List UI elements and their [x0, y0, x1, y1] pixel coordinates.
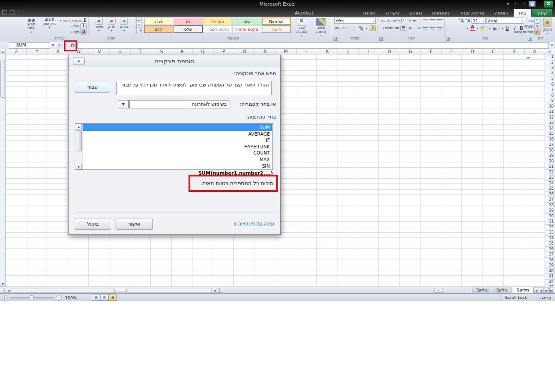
restore-window-icon[interactable] [2, 10, 7, 14]
column-header-K[interactable]: K [317, 49, 337, 54]
row-header-38[interactable]: 38 [545, 258, 555, 263]
merge-center-button[interactable]: ⬒מזג ומרכז▾ [383, 25, 406, 31]
column-header-V[interactable]: V [89, 49, 109, 54]
row-header-21[interactable]: 21 [545, 164, 555, 170]
row-header-25[interactable]: 25 [545, 186, 555, 192]
row-header-7[interactable]: 7 [545, 87, 555, 93]
row-header-5[interactable]: 5 [545, 76, 555, 82]
conditional-formatting-button[interactable]: עיצוב מותנה▾ [312, 18, 330, 38]
row-header-28[interactable]: 28 [545, 203, 555, 209]
row-header-30[interactable]: 30 [545, 214, 555, 219]
row-header-20[interactable]: 20 [545, 159, 555, 165]
last-sheet-icon[interactable]: ▶| [549, 288, 554, 293]
gallery-down-icon[interactable]: ▼ [136, 23, 142, 28]
name-box[interactable]: SUM [9, 42, 50, 49]
increase-decimal-icon[interactable]: ←.0 [342, 25, 348, 31]
column-header-U[interactable]: U [109, 49, 130, 54]
row-header-13[interactable]: 13 [545, 120, 555, 126]
row-header-9[interactable]: 9 [545, 98, 555, 104]
zoom-slider[interactable] [10, 297, 54, 298]
decrease-decimal-icon[interactable]: .00 [334, 25, 340, 31]
column-header-B[interactable]: B [504, 49, 524, 54]
zoom-out-icon[interactable]: − [56, 295, 62, 301]
style-chip-2-3[interactable]: טקסט הסברי [203, 25, 232, 33]
column-header-Y[interactable]: Y [26, 49, 47, 54]
column-header-P[interactable]: P [213, 49, 234, 54]
clipboard-dialog-launcher-icon[interactable]: ◢ [528, 36, 532, 41]
tab-page-layout[interactable]: פריסת עמוד [455, 9, 490, 17]
style-chip-2-5[interactable]: קלט [144, 25, 173, 33]
column-header-C[interactable]: C [482, 49, 503, 54]
function-item-SIN[interactable]: SIN [83, 163, 272, 169]
column-header-A[interactable]: A [524, 49, 545, 54]
row-header-2[interactable]: 2 [545, 60, 555, 66]
column-header-J[interactable]: J [337, 49, 358, 54]
row-header-1[interactable]: 1 [545, 54, 555, 60]
select-all-corner[interactable] [545, 49, 555, 54]
cancel-button[interactable]: ביטול [75, 219, 111, 230]
name-box-dropdown-icon[interactable]: ▼ [50, 42, 56, 49]
row-header-19[interactable]: 19 [545, 153, 555, 159]
fill-color-icon[interactable]: ◇ [479, 25, 485, 31]
active-cell-value[interactable]: = [526, 55, 530, 60]
column-header-G[interactable]: G [400, 49, 421, 54]
tab-view[interactable]: תצוגה [358, 9, 380, 17]
tab-insert[interactable]: הוספה [490, 9, 513, 17]
page-break-view-icon[interactable]: ▥ [100, 295, 109, 301]
style-chip-2-4[interactable]: פלט [174, 25, 203, 33]
scroll-left-icon[interactable]: ◀ [6, 288, 11, 293]
row-header-18[interactable]: 18 [545, 148, 555, 154]
row-header-35[interactable]: 35 [545, 241, 555, 247]
style-chip-1-1[interactable]: Normal [262, 18, 291, 25]
comma-style-icon[interactable]: , [350, 25, 356, 31]
row-header-33[interactable]: 33 [545, 230, 555, 236]
row-header-11[interactable]: 11 [545, 109, 555, 115]
horizontal-scroll-thumb[interactable] [114, 289, 127, 293]
align-bottom-icon[interactable] [423, 19, 428, 22]
row-header-32[interactable]: 32 [545, 225, 555, 230]
style-chip-1-4[interactable]: רע [174, 18, 203, 25]
text-direction-icon[interactable]: ⇤ [412, 18, 418, 23]
column-header-F[interactable]: F [421, 49, 441, 54]
row-header-36[interactable]: 36 [545, 247, 555, 252]
italic-button[interactable]: I [511, 25, 517, 31]
row-header-26[interactable]: 26 [545, 192, 555, 198]
zoom-level[interactable]: 100% [65, 295, 77, 300]
row-header-15[interactable]: 15 [545, 131, 555, 137]
help-on-function-link[interactable]: עזרה על פונקציה זו [233, 221, 274, 227]
function-item-HYPERLINK[interactable]: HYPERLINK [83, 144, 272, 150]
row-header-41[interactable]: 41 [545, 274, 555, 280]
align-middle-icon[interactable] [430, 19, 435, 22]
sheet-tab-2[interactable]: גיליון2 [492, 287, 511, 293]
zoom-slider-thumb[interactable] [30, 295, 33, 300]
scroll-up-icon[interactable]: ▲ [0, 49, 6, 54]
column-header-S[interactable]: S [151, 49, 171, 54]
row-header-27[interactable]: 27 [545, 197, 555, 203]
function-item-IF[interactable]: IF [83, 137, 272, 144]
accounting-format-icon[interactable]: $ [370, 25, 376, 31]
function-item-COUNT[interactable]: COUNT [83, 150, 272, 156]
align-center-icon[interactable] [430, 26, 435, 30]
row-header-4[interactable]: 4 [545, 71, 555, 77]
function-item-AVERAGE[interactable]: AVERAGE [83, 131, 272, 137]
search-function-input[interactable]: הקלד תיאור קצר של הפעולה שברצונך לעשות ו… [116, 81, 272, 95]
row-header-10[interactable]: 10 [545, 104, 555, 110]
tab-acrobat[interactable]: Acrobat [290, 9, 318, 17]
row-header-34[interactable]: 34 [545, 236, 555, 241]
number-format-select[interactable]: ▾כללי [334, 18, 376, 24]
bold-button[interactable]: B [519, 25, 524, 31]
column-header-W[interactable]: W [68, 49, 89, 54]
column-header-X[interactable]: X [47, 49, 68, 54]
go-button[interactable]: עבור [75, 82, 110, 93]
font-dialog-launcher-icon[interactable]: ◢ [446, 36, 450, 41]
borders-icon[interactable]: ⊞ [492, 25, 497, 31]
column-header-Z[interactable]: Z [6, 49, 26, 54]
help-icon[interactable]: ? [17, 9, 19, 14]
gallery-up-icon[interactable]: ▲ [136, 18, 142, 22]
column-header-E[interactable]: E [441, 49, 462, 54]
category-select[interactable]: בשימוש לאחרונה [129, 100, 229, 108]
horizontal-scrollbar[interactable] [12, 288, 212, 293]
align-right-icon[interactable] [437, 26, 443, 30]
sheet-tab-1[interactable]: גיליון1 [512, 287, 533, 293]
tab-data[interactable]: נתונים [405, 9, 427, 17]
